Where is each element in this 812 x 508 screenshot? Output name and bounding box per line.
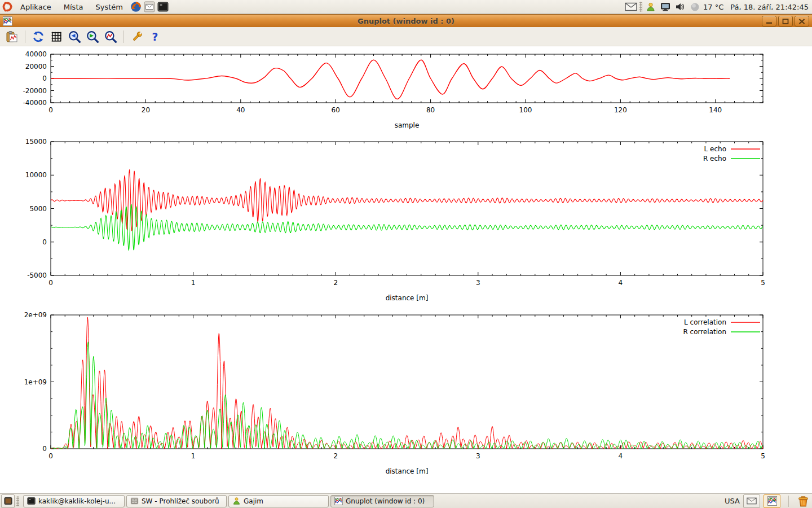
svg-text:1: 1 — [191, 452, 196, 460]
svg-text:?: ? — [152, 30, 158, 42]
mail-tray-icon — [747, 497, 757, 505]
taskbar-separator — [788, 496, 789, 507]
gnuplot-tray-icon — [767, 496, 777, 506]
mail-launcher[interactable] — [143, 1, 156, 13]
task-label: Gajim — [244, 497, 263, 505]
svg-text:distance [m]: distance [m] — [386, 467, 429, 475]
zoom-previous-button[interactable] — [67, 29, 82, 44]
svg-text:40000: 40000 — [25, 50, 47, 58]
svg-text:2: 2 — [333, 279, 338, 287]
gnuplot-icon — [334, 497, 343, 505]
mail-notification-icon — [625, 2, 637, 11]
weather-icon — [690, 2, 700, 12]
zoom-next-button[interactable] — [85, 29, 100, 44]
keyboard-layout-indicator[interactable]: USA — [725, 497, 740, 505]
mail-tray-button[interactable] — [743, 494, 760, 508]
svg-text:R correlation: R correlation — [683, 328, 726, 336]
menu-applications[interactable]: Aplikace — [15, 1, 57, 13]
clock[interactable]: Pá, 18. září, 21:42:45 — [730, 3, 809, 11]
terminal-icon — [157, 1, 169, 12]
svg-text:20: 20 — [142, 106, 150, 114]
svg-text:0: 0 — [42, 238, 47, 246]
trash-applet[interactable] — [797, 494, 810, 507]
svg-text:20000: 20000 — [25, 63, 47, 71]
svg-text:0: 0 — [42, 445, 47, 453]
gnuplot-tray-button[interactable] — [764, 494, 780, 508]
firefox-icon — [130, 1, 142, 12]
svg-text:-20000: -20000 — [23, 87, 47, 95]
taskbar: kaklik@kaklik-kolej-u... SW - Prohlížeč … — [0, 493, 812, 508]
temperature-indicator: 17 °C — [703, 3, 723, 11]
trash-icon — [797, 494, 810, 507]
settings-button[interactable] — [130, 29, 144, 44]
window-title: Gnuplot (window id : 0) — [0, 17, 812, 25]
show-desktop-button[interactable] — [1, 494, 15, 508]
toolbar-separator — [123, 30, 124, 43]
autoscale-button[interactable] — [103, 29, 118, 44]
svg-text:1e+09: 1e+09 — [24, 378, 47, 386]
toolbar-separator — [25, 30, 25, 43]
svg-text:sample: sample — [395, 121, 420, 129]
help-button[interactable]: ? — [148, 29, 162, 44]
terminal-icon — [27, 497, 36, 505]
chart-sample-waveform: 020406080100120140-40000-200000200004000… — [0, 46, 812, 134]
refresh-icon — [33, 31, 44, 42]
svg-text:5: 5 — [761, 452, 765, 460]
menu-system[interactable]: Systém — [90, 1, 128, 13]
terminal-launcher[interactable] — [157, 1, 169, 13]
autoscale-icon — [104, 30, 117, 43]
svg-text:100: 100 — [519, 106, 532, 114]
svg-text:5: 5 — [761, 279, 765, 287]
svg-text:1: 1 — [191, 279, 196, 287]
top-panel: Aplikace Místa Systém — [0, 0, 812, 14]
display-settings-tray[interactable] — [659, 1, 672, 13]
svg-text:distance [m]: distance [m] — [386, 294, 429, 302]
copy-clipboard-icon — [6, 30, 18, 43]
task-label: SW - Prohlížeč souborů — [142, 497, 219, 505]
gnuplot-toolbar: ? — [0, 27, 812, 46]
svg-text:60: 60 — [332, 106, 340, 114]
svg-text:3: 3 — [476, 279, 480, 287]
show-desktop-icon — [4, 497, 12, 505]
ubuntu-logo-icon — [2, 1, 13, 12]
svg-text:0: 0 — [48, 279, 53, 287]
gajim-icon — [232, 497, 241, 505]
mail-icon — [144, 1, 155, 12]
svg-text:10000: 10000 — [25, 171, 47, 179]
task-gnuplot-window[interactable]: Gnuplot (window id : 0) — [330, 495, 434, 507]
zoom-next-icon — [86, 30, 99, 43]
volume-icon — [675, 2, 685, 12]
display-icon — [660, 2, 670, 12]
toggle-grid-button[interactable] — [49, 29, 64, 44]
user-switcher-tray[interactable] — [645, 1, 657, 13]
desktop: Aplikace Místa Systém — [0, 0, 812, 508]
chart-correlation-vs-distance: 01234501e+092e+09distance [m]L correlati… — [0, 308, 812, 481]
svg-text:0: 0 — [42, 75, 47, 82]
tray-drag-handle[interactable] — [639, 2, 642, 12]
svg-text:40: 40 — [236, 106, 245, 114]
firefox-launcher[interactable] — [130, 1, 142, 13]
svg-text:0: 0 — [48, 106, 53, 114]
svg-text:L correlation: L correlation — [684, 318, 726, 326]
mail-notification-tray[interactable] — [625, 1, 637, 13]
task-terminal-window[interactable]: kaklik@kaklik-kolej-u... — [23, 495, 125, 507]
menu-places[interactable]: Místa — [58, 1, 89, 13]
ubuntu-menu-logo-icon[interactable] — [1, 1, 14, 13]
weather-tray[interactable] — [689, 1, 701, 13]
svg-text:80: 80 — [426, 106, 435, 114]
window-titlebar[interactable]: Gnuplot (window id : 0) — [0, 14, 812, 28]
svg-text:-5000: -5000 — [27, 271, 47, 279]
task-gajim-window[interactable]: Gajim — [228, 495, 329, 507]
svg-text:R echo: R echo — [703, 155, 726, 163]
file-manager-icon — [130, 497, 139, 505]
volume-tray[interactable] — [674, 1, 686, 13]
svg-text:L echo: L echo — [704, 145, 726, 153]
svg-text:15000: 15000 — [25, 138, 47, 146]
svg-text:2e+09: 2e+09 — [24, 311, 47, 319]
wrench-icon — [131, 30, 143, 43]
tasklist-drag-handle[interactable] — [16, 496, 19, 506]
task-file-manager-window[interactable]: SW - Prohlížeč souborů — [126, 495, 227, 507]
svg-text:120: 120 — [614, 106, 627, 114]
copy-to-clipboard-button[interactable] — [5, 29, 19, 44]
replot-button[interactable] — [31, 29, 46, 44]
